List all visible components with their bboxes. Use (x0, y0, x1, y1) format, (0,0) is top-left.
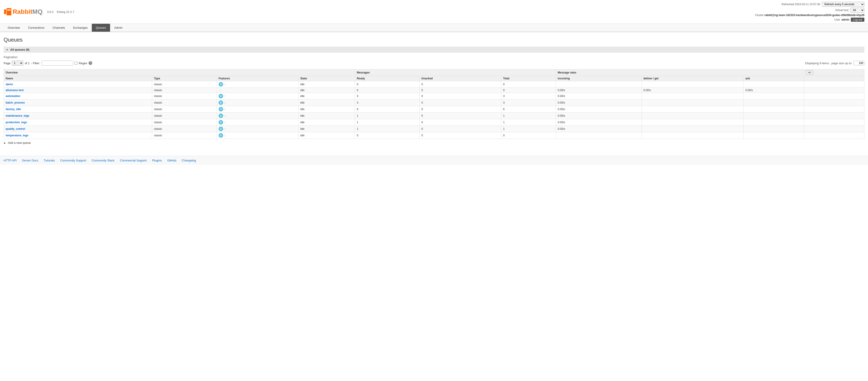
queue-ack-cell (743, 119, 804, 126)
queues-table: Overview Messages Message rates +/- Name… (4, 69, 864, 139)
queue-extra-cell (804, 99, 864, 106)
queue-ready-cell: 0 (355, 81, 420, 88)
cluster-name: rabbit@ng-team-162323-hardwarebunnypassc… (765, 13, 865, 17)
filter-input[interactable] (41, 61, 73, 65)
queue-total-cell: 6 (501, 106, 556, 113)
col-ack-header: ack (743, 76, 804, 81)
queue-deliver-get-cell (642, 106, 743, 113)
page-number-select[interactable]: 1 (12, 61, 23, 65)
nav-queues[interactable]: Queues (92, 24, 110, 32)
queue-ack-cell (743, 81, 804, 88)
col-state-header: State (298, 76, 355, 81)
footer-link[interactable]: Tutorials (43, 159, 55, 162)
page-size-input[interactable] (854, 61, 864, 65)
queue-extra-cell (804, 93, 864, 99)
header-right: Refreshed 2024-03-11 15:57:36 Refresh ev… (755, 2, 864, 22)
queue-ready-cell: 0 (355, 132, 420, 139)
queue-state-cell: idle (298, 132, 355, 139)
queue-type-cell: classic (152, 106, 217, 113)
main-content: Queues ▼ All queues (9) Pagination Page … (0, 32, 868, 151)
refresh-row: Refreshed 2024-03-11 15:57:36 Refresh ev… (755, 2, 864, 7)
queue-deliver-get-cell (642, 81, 743, 88)
queue-ready-cell: 0 (355, 88, 420, 93)
durable-badge: D (219, 107, 223, 112)
add-queue-section[interactable]: ► Add a new queue (4, 139, 864, 147)
queue-features-cell: D□ (217, 81, 298, 88)
footer-link[interactable]: HTTP API (4, 159, 17, 162)
queue-total-cell: 1 (501, 126, 556, 132)
queue-incoming-cell (556, 81, 642, 88)
queue-type-cell: classic (152, 126, 217, 132)
queue-name-link[interactable]: batch_process (6, 101, 25, 104)
queue-features-cell: D□ (217, 132, 298, 139)
queue-name-cell: alerts (4, 81, 152, 88)
queue-ready-cell: 1 (355, 113, 420, 119)
queue-total-cell: 1 (501, 119, 556, 126)
durable-badge: D (219, 94, 223, 98)
queue-unacked-cell: 0 (420, 126, 501, 132)
nav-channels[interactable]: Channels (49, 24, 69, 32)
queue-state-cell: idle (298, 113, 355, 119)
footer-link[interactable]: Community Support (60, 159, 86, 162)
erlang-version: Erlang 22.2.7 (57, 10, 74, 13)
queue-features-cell: □ (217, 88, 298, 93)
queue-name-link[interactable]: automation (6, 94, 20, 98)
queue-unacked-cell: 0 (420, 132, 501, 139)
footer-link[interactable]: Changelog (182, 159, 196, 162)
queue-deliver-get-cell (642, 93, 743, 99)
queue-type-cell: classic (152, 119, 217, 126)
plus-minus-button[interactable]: +/- (806, 70, 813, 75)
nav-admin[interactable]: Admin (110, 24, 127, 32)
cluster-label: Cluster (755, 13, 764, 17)
queue-name-link[interactable]: factory_idle (6, 108, 21, 111)
queue-name-cell: aliveness-test (4, 88, 152, 93)
queue-total-cell: 0 (501, 132, 556, 139)
footer-link[interactable]: Community Slack (92, 159, 114, 162)
queue-name-link[interactable]: temperature_logs (6, 134, 29, 137)
queue-incoming-cell: 0.00/s (556, 88, 642, 93)
group-message-rates-header: Message rates (556, 69, 804, 76)
nav-exchanges[interactable]: Exchanges (69, 24, 92, 32)
queue-extra-cell (804, 113, 864, 119)
queue-ack-cell (743, 126, 804, 132)
queue-name-link[interactable]: maintenance_logs (6, 114, 29, 117)
filter-label: - Filter: (31, 61, 40, 65)
display-info: Displaying 9 items , page size up to: (805, 61, 864, 65)
queue-name-link[interactable]: quality_control (6, 127, 25, 130)
help-icon[interactable]: ? (89, 61, 92, 65)
nav-overview[interactable]: Overview (4, 24, 24, 32)
queue-name-cell: batch_process (4, 99, 152, 106)
queue-ack-cell: 0.00/s (743, 88, 804, 93)
nav-connections[interactable]: Connections (24, 24, 49, 32)
vhost-select[interactable]: All / (850, 8, 864, 13)
svg-rect-2 (7, 9, 9, 11)
regex-label[interactable]: Regex (79, 61, 88, 65)
section-arrow-icon: ▼ (6, 49, 8, 51)
pagination-controls: Page 1 of 1 - Filter: Regex ? Displaying… (4, 61, 864, 65)
queue-name-link[interactable]: aliveness-test (6, 89, 24, 92)
queue-ack-cell (743, 93, 804, 99)
rabbitmq-logo-icon (4, 8, 12, 16)
table-row: maintenance_logsclassicD□idle1010.00/s (4, 113, 864, 119)
logout-button[interactable]: Log out (851, 18, 864, 22)
queue-extra-cell (804, 126, 864, 132)
refresh-interval-select[interactable]: Refresh every 5 seconds Refresh every 10… (822, 2, 864, 7)
footer-link[interactable]: GitHub (167, 159, 176, 162)
queue-ack-cell (743, 99, 804, 106)
section-label: All queues (9) (10, 48, 29, 51)
queue-name-link[interactable]: production_logs (6, 121, 27, 124)
queue-total-cell: 3 (501, 93, 556, 99)
page-of-label: of 1 (25, 61, 30, 65)
queue-features-cell: D□ (217, 126, 298, 132)
all-queues-section-header[interactable]: ▼ All queues (9) (4, 47, 864, 53)
table-row: production_logsclassicD□idle1010.00/s (4, 119, 864, 126)
durable-badge: D (219, 120, 223, 125)
queue-deliver-get-cell (642, 113, 743, 119)
footer-link[interactable]: Server Docs (22, 159, 38, 162)
header: RabbitMQ. 3.8.2 Erlang 22.2.7 Refreshed … (0, 0, 868, 24)
footer-link[interactable]: Plugins (152, 159, 162, 162)
queue-features-cell: D□ (217, 113, 298, 119)
queue-name-link[interactable]: alerts (6, 83, 13, 86)
footer-link[interactable]: Commercial Support (120, 159, 147, 162)
regex-checkbox[interactable] (74, 62, 78, 65)
